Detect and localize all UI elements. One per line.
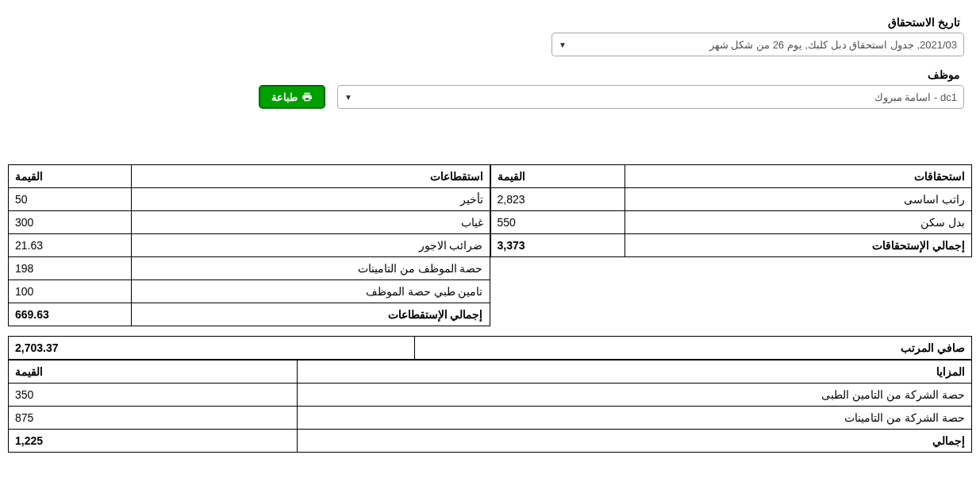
table-row: حصة الشركة من التامينات 875 — [9, 407, 972, 430]
deduction-value: 50 — [9, 188, 132, 211]
deduction-label: ضرائب الاجور — [131, 234, 490, 257]
deductions-header-label: استقطاعات — [131, 165, 490, 188]
employee-label: موظف — [337, 68, 964, 81]
benefit-label: حصة الشركة من التامينات — [298, 407, 972, 430]
deductions-table: استقطاعات القيمة تأخير 50 غياب 300 ضرائب… — [8, 164, 490, 326]
entitlement-value: 550 — [490, 211, 625, 234]
table-row: حصة الموظف من التامينات 198 — [9, 257, 490, 280]
table-row: حصة الشركة من التامين الطبى 350 — [9, 384, 972, 407]
benefit-value: 350 — [9, 384, 298, 407]
deduction-value: 100 — [9, 280, 132, 303]
deduction-value: 21.63 — [9, 234, 132, 257]
benefit-label: حصة الشركة من التامين الطبى — [298, 384, 972, 407]
deduction-value: 300 — [9, 211, 132, 234]
filter-form: تاريخ الاستحقاق 2021/03, جدول استحقاق دب… — [8, 8, 972, 125]
benefits-total-row: إجمالي 1,225 — [9, 430, 972, 453]
entitlements-table: استحقاقات القيمة راتب اساسى 2,823 بدل سك… — [490, 164, 973, 257]
deductions-total-value: 669.63 — [9, 303, 132, 326]
print-icon — [302, 91, 313, 102]
payroll-tables: استحقاقات القيمة راتب اساسى 2,823 بدل سك… — [8, 164, 972, 453]
deduction-label: تامين طبي حصة الموظف — [131, 280, 490, 303]
benefit-value: 875 — [9, 407, 298, 430]
deduction-label: حصة الموظف من التامينات — [131, 257, 490, 280]
deductions-total-label: إجمالي الإستقطاعات — [131, 303, 490, 326]
net-salary-value: 2,703.37 — [9, 337, 415, 360]
employee-select[interactable]: dc1 - اسامة مبروك ▼ — [337, 85, 964, 109]
table-row: تأخير 50 — [9, 188, 490, 211]
entitlement-value: 2,823 — [490, 188, 625, 211]
benefits-header-value: القيمة — [9, 360, 298, 384]
date-select[interactable]: 2021/03, جدول استحقاق دبل كلبك, يوم 26 م… — [551, 33, 964, 56]
chevron-down-icon: ▼ — [344, 93, 352, 102]
print-button[interactable]: طباعة — [259, 85, 325, 109]
benefits-total-label: إجمالي — [298, 430, 972, 453]
date-select-value: 2021/03, جدول استحقاق دبل كلبك, يوم 26 م… — [709, 39, 957, 51]
benefits-total-value: 1,225 — [9, 430, 298, 453]
deductions-total-row: إجمالي الإستقطاعات 669.63 — [9, 303, 490, 326]
benefits-header-label: المزايا — [298, 360, 972, 384]
table-row: تامين طبي حصة الموظف 100 — [9, 280, 490, 303]
deduction-label: تأخير — [131, 188, 490, 211]
benefits-table: المزايا القيمة حصة الشركة من التامين الط… — [8, 360, 972, 453]
entitlements-total-label: إجمالي الإستحقاقات — [625, 234, 972, 257]
employee-select-value: dc1 - اسامة مبروك — [874, 91, 957, 103]
table-row: غياب 300 — [9, 211, 490, 234]
deductions-header-value: القيمة — [9, 165, 132, 188]
deduction-value: 198 — [9, 257, 132, 280]
deduction-label: غياب — [131, 211, 490, 234]
print-button-label: طباعة — [271, 91, 298, 103]
table-row: ضرائب الاجور 21.63 — [9, 234, 490, 257]
entitlement-label: بدل سكن — [625, 211, 972, 234]
entitlements-header-label: استحقاقات — [625, 165, 972, 188]
entitlements-total-value: 3,373 — [490, 234, 625, 257]
entitlement-label: راتب اساسى — [625, 188, 972, 211]
entitlements-total-row: إجمالي الإستحقاقات 3,373 — [490, 234, 972, 257]
net-salary-table: صافي المرتب 2,703.37 — [8, 336, 972, 360]
date-label: تاريخ الاستحقاق — [551, 16, 964, 29]
table-row: راتب اساسى 2,823 — [490, 188, 972, 211]
entitlements-header-value: القيمة — [490, 165, 625, 188]
chevron-down-icon: ▼ — [559, 40, 567, 49]
net-salary-label: صافي المرتب — [415, 337, 972, 360]
table-row: بدل سكن 550 — [490, 211, 972, 234]
